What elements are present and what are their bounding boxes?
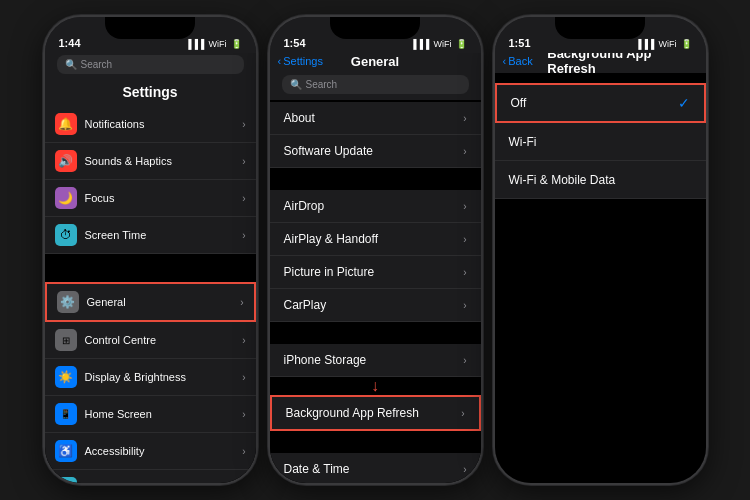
icon-general: ⚙️ — [57, 291, 79, 313]
row-home-screen[interactable]: 📱 Home Screen › — [45, 396, 256, 433]
label-airdrop: AirDrop — [284, 199, 464, 213]
gap-2a — [270, 168, 481, 190]
row-iphone-storage[interactable]: iPhone Storage › — [270, 344, 481, 377]
nav-bar-2: ‹ Settings General — [270, 53, 481, 73]
row-airdrop[interactable]: AirDrop › — [270, 190, 481, 223]
chevron-focus: › — [242, 193, 245, 204]
label-display: Display & Brightness — [85, 371, 243, 383]
row-software-update[interactable]: Software Update › — [270, 135, 481, 168]
row-carplay[interactable]: CarPlay › — [270, 289, 481, 322]
option-off-container: Off ✓ ➔ — [495, 83, 706, 123]
search-input-1[interactable]: 🔍 Search — [57, 55, 244, 74]
battery-icon-2: 🔋 — [456, 39, 467, 49]
wifi-icon: WiFi — [209, 39, 227, 49]
wifi-icon-3: WiFi — [659, 39, 677, 49]
icon-home-screen: 📱 — [55, 403, 77, 425]
gap-2c — [270, 431, 481, 453]
label-airplay: AirPlay & Handoff — [284, 232, 464, 246]
chevron-airdrop: › — [463, 201, 466, 212]
status-icons-1: ▐▐▐ WiFi 🔋 — [185, 39, 241, 49]
notch — [105, 17, 195, 39]
label-iphone-storage: iPhone Storage — [284, 353, 464, 367]
option-wifi-mobile[interactable]: Wi-Fi & Mobile Data — [495, 161, 706, 199]
row-accessibility[interactable]: ♿ Accessibility › — [45, 433, 256, 470]
chevron-carplay: › — [463, 300, 466, 311]
time-1: 1:44 — [59, 37, 81, 49]
back-label-3: Back — [508, 55, 532, 67]
chevron-display: › — [242, 372, 245, 383]
chevron-about: › — [463, 113, 466, 124]
back-settings-button[interactable]: ‹ Settings — [278, 55, 323, 67]
gap-1 — [45, 256, 256, 282]
chevron-screen-time: › — [242, 230, 245, 241]
time-2: 1:54 — [284, 37, 306, 49]
option-wifi[interactable]: Wi-Fi — [495, 123, 706, 161]
chevron-control-centre: › — [242, 335, 245, 346]
search-input-2[interactable]: 🔍 Search — [282, 75, 469, 94]
row-screen-time[interactable]: ⏱ Screen Time › — [45, 217, 256, 254]
wifi-icon-2: WiFi — [434, 39, 452, 49]
signal-icon-3: ▐▐▐ — [635, 39, 654, 49]
back-label-2: Settings — [283, 55, 323, 67]
phone-general: 1:54 ▐▐▐ WiFi 🔋 ‹ Settings General 🔍 Sea… — [268, 15, 483, 485]
chevron-notifications: › — [242, 119, 245, 130]
label-about: About — [284, 111, 464, 125]
label-wifi-mobile: Wi-Fi & Mobile Data — [509, 173, 692, 187]
icon-focus: 🌙 — [55, 187, 77, 209]
icon-control-centre: ⊞ — [55, 329, 77, 351]
chevron-pip: › — [463, 267, 466, 278]
row-wallpaper[interactable]: 🖼 Wallpaper › — [45, 470, 256, 483]
settings-list-2[interactable]: About › Software Update › AirDrop › AirP… — [270, 100, 481, 483]
option-off[interactable]: Off ✓ — [495, 83, 706, 123]
label-notifications: Notifications — [85, 118, 243, 130]
label-software-update: Software Update — [284, 144, 464, 158]
status-icons-2: ▐▐▐ WiFi 🔋 — [410, 39, 466, 49]
settings-list-1[interactable]: 🔔 Notifications › 🔊 Sounds & Haptics › 🌙… — [45, 106, 256, 483]
phone-background-refresh: 1:51 ▐▐▐ WiFi 🔋 ‹ Back Background App Re… — [493, 15, 708, 485]
label-focus: Focus — [85, 192, 243, 204]
label-wifi: Wi-Fi — [509, 135, 692, 149]
label-carplay: CarPlay — [284, 298, 464, 312]
row-pip[interactable]: Picture in Picture › — [270, 256, 481, 289]
row-control-centre[interactable]: ⊞ Control Centre › — [45, 322, 256, 359]
search-bar-2: 🔍 Search — [270, 73, 481, 100]
chevron-date-time: › — [463, 464, 466, 475]
row-date-time[interactable]: Date & Time › — [270, 453, 481, 483]
row-background-refresh[interactable]: Background App Refresh › — [270, 395, 481, 431]
back-general-button[interactable]: ‹ Back — [503, 55, 533, 67]
back-chevron-3: ‹ — [503, 55, 507, 67]
row-notifications[interactable]: 🔔 Notifications › — [45, 106, 256, 143]
row-about[interactable]: About › — [270, 102, 481, 135]
label-date-time: Date & Time — [284, 462, 464, 476]
row-display[interactable]: ☀️ Display & Brightness › — [45, 359, 256, 396]
back-chevron-2: ‹ — [278, 55, 282, 67]
checkmark-off: ✓ — [678, 95, 690, 111]
arrow-down-container: ↓ — [270, 377, 481, 395]
section-notifications: 🔔 Notifications › 🔊 Sounds & Haptics › 🌙… — [45, 106, 256, 254]
arrow-down-indicator: ↓ — [371, 377, 379, 395]
gap-2b — [270, 322, 481, 344]
nav-bar-3: ‹ Back Background App Refresh — [495, 53, 706, 73]
icon-wallpaper: 🖼 — [55, 477, 77, 483]
phone-settings: 1:44 ▐▐▐ WiFi 🔋 🔍 Search Settings 🔔 Noti… — [43, 15, 258, 485]
battery-icon-3: 🔋 — [681, 39, 692, 49]
chevron-wallpaper: › — [242, 483, 245, 484]
label-background-refresh: Background App Refresh — [286, 406, 462, 420]
screen-title-1: Settings — [45, 80, 256, 106]
label-wallpaper: Wallpaper — [85, 482, 243, 483]
row-focus[interactable]: 🌙 Focus › — [45, 180, 256, 217]
label-off: Off — [511, 96, 678, 110]
label-general: General — [87, 296, 241, 308]
search-placeholder-1: Search — [81, 59, 113, 70]
chevron-iphone-storage: › — [463, 355, 466, 366]
search-placeholder-2: Search — [306, 79, 338, 90]
chevron-airplay: › — [463, 234, 466, 245]
row-general[interactable]: ⚙️ General › — [45, 282, 256, 322]
row-airplay[interactable]: AirPlay & Handoff › — [270, 223, 481, 256]
status-icons-3: ▐▐▐ WiFi 🔋 — [635, 39, 691, 49]
row-sounds[interactable]: 🔊 Sounds & Haptics › — [45, 143, 256, 180]
settings-list-3: Off ✓ ➔ Wi-Fi Wi-Fi & Mobile Data — [495, 73, 706, 483]
signal-icon: ▐▐▐ — [185, 39, 204, 49]
chevron-background-refresh: › — [461, 408, 464, 419]
chevron-accessibility: › — [242, 446, 245, 457]
